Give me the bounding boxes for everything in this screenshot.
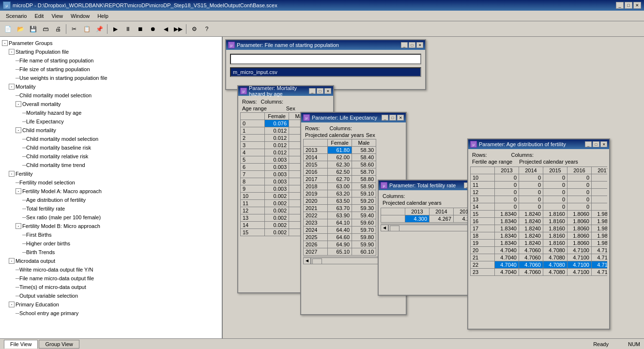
adf-value[interactable]: 4.7120	[592, 269, 608, 276]
stop-button[interactable]: ⏹	[135, 23, 146, 35]
adf-value[interactable]: 0	[567, 174, 592, 182]
le-female[interactable]: 63.70	[328, 205, 352, 212]
adf-value[interactable]: 0	[567, 196, 592, 203]
le-male[interactable]: 58.40	[352, 154, 376, 161]
adf-value[interactable]: 1.8160	[543, 225, 567, 232]
tree-item-12[interactable]: Child mortality baseline risk	[2, 143, 220, 152]
adf-value[interactable]: 0	[543, 174, 567, 182]
adf-value[interactable]: 1.8340	[495, 225, 519, 232]
tree-expand-icon[interactable]: -	[15, 127, 21, 133]
mort-female[interactable]: 0.003	[265, 171, 289, 178]
le-female[interactable]: 63.90	[328, 212, 352, 219]
adf-value[interactable]: 1.9800	[592, 225, 608, 232]
tree-item-4[interactable]: Use weights in starting population file	[2, 74, 220, 82]
adf-value[interactable]: 0	[543, 189, 567, 196]
mort-female[interactable]: 0.002	[265, 193, 289, 200]
adf-value[interactable]: 0	[519, 196, 543, 203]
tree-item-18[interactable]: Age distribution of fertility	[2, 196, 220, 204]
tree-item-25[interactable]: - Microdata output	[2, 257, 220, 265]
adf-value[interactable]: 0	[519, 203, 543, 211]
adf-value[interactable]: 4.7100	[567, 269, 592, 276]
adf-value[interactable]: 0	[592, 203, 608, 211]
le-female[interactable]: 62.70	[328, 176, 352, 183]
tree-item-7[interactable]: - Overall mortality	[2, 100, 220, 108]
le-male[interactable]: 58.80	[352, 176, 376, 183]
menu-scenario[interactable]: Scenario	[2, 12, 31, 20]
adf-value[interactable]: 4.7100	[567, 247, 592, 254]
le-male[interactable]: 58.60	[352, 161, 376, 168]
adf-minimize[interactable]: _	[585, 141, 592, 147]
le-scroll-left[interactable]: ◀	[303, 258, 311, 264]
tree-item-19[interactable]: Total fertility rate	[2, 204, 220, 213]
save-button[interactable]: 💾	[27, 23, 39, 35]
adf-value[interactable]: 0	[519, 189, 543, 196]
le-male[interactable]: 60.10	[352, 248, 376, 256]
tf-value[interactable]: 4.300	[405, 215, 429, 223]
tree-item-21[interactable]: - Fertility Model B: Micro approach	[2, 222, 220, 230]
tree-expand-icon[interactable]: -	[15, 223, 21, 229]
adf-value[interactable]: 1.8240	[519, 211, 543, 218]
adf-value[interactable]: 0	[567, 189, 592, 196]
adf-value[interactable]: 4.7080	[543, 261, 567, 269]
adf-value[interactable]: 4.7120	[592, 254, 608, 261]
le-male[interactable]: 59.20	[352, 197, 376, 205]
adf-value[interactable]: 1.9800	[592, 218, 608, 225]
cut-button[interactable]: ✂	[68, 23, 80, 35]
mort-female[interactable]: 0.012	[265, 149, 289, 156]
menu-window[interactable]: Window	[67, 12, 93, 20]
mort-female[interactable]: 0.002	[265, 214, 289, 222]
settings-button[interactable]: ⚙	[188, 23, 200, 35]
sp-close[interactable]: ✕	[416, 42, 423, 48]
adf-value[interactable]: 0	[567, 203, 592, 211]
tree-item-20[interactable]: Sex ratio (male per 100 female)	[2, 213, 220, 222]
tree-expand-icon[interactable]: -	[9, 49, 15, 55]
adf-value[interactable]: 1.8060	[567, 225, 592, 232]
mort-female[interactable]: 0.003	[265, 164, 289, 171]
le-female[interactable]: 63.20	[328, 190, 352, 197]
adf-value[interactable]: 4.7080	[543, 247, 567, 254]
paste-button[interactable]: 📌	[93, 23, 105, 35]
tree-item-14[interactable]: Child mortality time trend	[2, 161, 220, 169]
adf-value[interactable]: 1.8160	[543, 218, 567, 225]
help-button[interactable]: ?	[201, 23, 213, 35]
tree-item-8[interactable]: Mortality hazard by age	[2, 108, 220, 117]
adf-value[interactable]: 4.7060	[519, 247, 543, 254]
copy-button[interactable]: 📋	[81, 23, 92, 35]
le-female[interactable]: 62.30	[328, 161, 352, 168]
le-male[interactable]: 59.10	[352, 190, 376, 197]
adf-value[interactable]: 0	[592, 174, 608, 182]
adf-value[interactable]: 4.7040	[495, 269, 519, 276]
adf-value[interactable]: 1.8340	[495, 218, 519, 225]
adf-value[interactable]: 0	[519, 182, 543, 189]
adf-value[interactable]: 1.8340	[495, 211, 519, 218]
adf-value[interactable]: 1.8240	[519, 240, 543, 247]
starting-pop-titlebar[interactable]: μ Parameter: File name of starting popul…	[226, 40, 425, 50]
mh-maximize[interactable]: □	[317, 88, 323, 94]
adf-value[interactable]: 4.7100	[567, 261, 592, 269]
adf-value[interactable]: 1.8340	[495, 240, 519, 247]
mort-female[interactable]: 0.002	[265, 207, 289, 214]
adf-value[interactable]: 1.9800	[592, 240, 608, 247]
adf-value[interactable]: 1.9800	[592, 211, 608, 218]
tree-item-31[interactable]: School entry age primary	[2, 309, 220, 318]
le-male[interactable]: 58.90	[352, 183, 376, 190]
adf-value[interactable]: 0	[495, 174, 519, 182]
tree-expand-icon[interactable]: -	[15, 101, 21, 107]
save-all-button[interactable]: 🗃	[40, 23, 51, 35]
tf-value[interactable]: 4.267	[429, 215, 454, 223]
mh-close[interactable]: ✕	[324, 88, 331, 94]
file-view-tab[interactable]: File View	[4, 340, 38, 349]
adf-value[interactable]: 4.7040	[495, 247, 519, 254]
adf-value[interactable]: 1.8240	[519, 225, 543, 232]
adf-value[interactable]: 1.8060	[567, 218, 592, 225]
maximize-button[interactable]: □	[625, 2, 632, 9]
adf-value[interactable]: 4.7080	[543, 269, 567, 276]
starting-pop-input[interactable]: m_micro_input.csv	[230, 67, 421, 77]
adf-value[interactable]: 0	[592, 189, 608, 196]
tree-item-1[interactable]: - Starting Population file	[2, 47, 220, 56]
adf-value[interactable]: 1.8340	[495, 232, 519, 240]
le-female[interactable]: 64.40	[328, 227, 352, 234]
adf-value[interactable]: 4.7040	[495, 261, 519, 269]
adf-value[interactable]: 4.7080	[543, 254, 567, 261]
le-male[interactable]: 58.30	[352, 147, 376, 154]
